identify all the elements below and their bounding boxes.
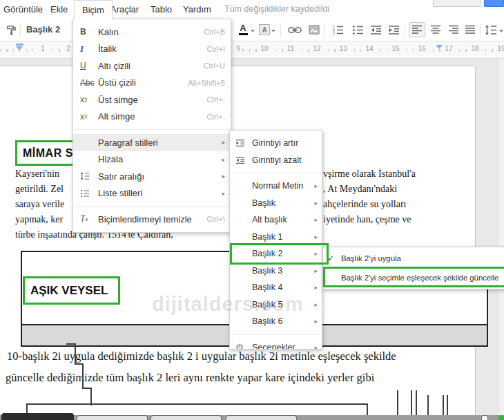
toolbar-separator [20,23,21,37]
insert-link-icon[interactable] [287,23,303,37]
menu-item-girintiyi-azalt[interactable]: Girintiyi azalt [230,152,322,169]
menu-item-ust-simge[interactable]: x2 Üst simge Ctrl+. [73,91,231,108]
submenu-arrow-icon: ▸ [222,190,225,197]
table-border-fragment [75,343,76,365]
right-margin-marker[interactable] [436,45,443,49]
decrease-indent-icon[interactable] [369,23,382,37]
paragraph-text: Kayseri'nin [15,169,59,180]
bottom-cell [226,415,297,420]
highlight-color-icon[interactable]: A [258,23,271,37]
submenu-arrow-icon: ▸ [314,284,318,291]
submenu-arrow-icon: ▸ [314,344,318,350]
checkmark-icon: ✓ [327,254,341,263]
toolbar-separator [405,23,405,37]
paint-format-icon[interactable] [5,23,17,37]
menu-item-baslik-1[interactable]: Başlık 1 ▸ [230,229,322,246]
ruler-number: 15 [389,45,401,53]
align-right-icon[interactable] [445,23,462,37]
menu-item-baslik-2[interactable]: Başlık 2 ▸ [230,245,322,262]
highlight-color-caret-icon[interactable] [271,30,275,32]
paragraph-text: ahçelerinde su yolları [323,199,407,210]
ruler-number: 18 [469,45,481,53]
insert-image-icon[interactable] [308,23,320,37]
menu-item-alt-baslik[interactable]: Alt başlık ▸ [230,211,322,229]
justify-icon[interactable] [462,23,478,37]
decrease-indent-icon [235,156,252,164]
doc-bottom-line: güncelle dediğimizde tüm başlık 2 leri a… [6,371,374,385]
menu-item-kalin[interactable]: B Kalın Ctrl+B [73,23,231,41]
ruler-number: 14 [363,45,375,53]
submenu-arrow-icon: ▸ [222,173,225,180]
bottom-cell [77,415,148,420]
menu-item-tablo[interactable]: Tablo [151,0,172,19]
bottom-cell [151,415,222,420]
menu-item-paragraf-stilleri[interactable]: Paragraf stilleri ▸ [73,134,231,151]
paragraph-text: yapmak, ker [15,214,63,225]
menu-item-goruntule[interactable]: Görüntüle [3,0,43,19]
menu-item-baslik-3[interactable]: Başlık 3 ▸ [230,262,322,280]
menu-item-alt-simge[interactable]: x2 Alt simge Ctrl+, [73,108,231,126]
submenu-arrow-icon: ▸ [314,318,318,325]
strikethrough-icon: Abc [80,78,98,88]
submenu-arrow-icon: ▸ [314,250,318,257]
text-color-icon[interactable]: A [237,23,249,37]
menu-item-bicim[interactable]: Biçim [74,0,113,19]
indent-marker-bar[interactable] [16,44,23,46]
ruler-number: 12 [311,45,322,53]
menu-item-girintiyi-artir[interactable]: Girintiyi artır [230,135,322,152]
subscript-icon: x2 [80,112,98,122]
menu-item-ustu-cizili[interactable]: Abc Üstü çizili Alt+Shift+5 [73,75,231,92]
gear-icon: ⚙ [235,342,252,350]
bulleted-list-icon[interactable] [351,23,365,37]
heading2-submenu: ✓ Başlık 2'yi uygula Başlık 2'yi seçimle… [322,247,504,289]
menu-item-baslik[interactable]: Başlık ▸ [230,195,322,212]
table-border-fragment [427,395,429,415]
increase-indent-icon[interactable] [387,23,400,37]
format-menu: B Kalın Ctrl+B I İtalik Ctrl+I U Altı çi… [72,19,231,233]
paragraph-style-selector[interactable]: Başlık 2 [26,19,60,41]
submenu-arrow-icon: ▸ [314,233,318,240]
align-center-icon[interactable] [427,23,444,37]
submenu-arrow-icon: ▸ [314,267,318,274]
menu-item-ekle[interactable]: Ekle [50,0,68,19]
menu-item-baslik-4[interactable]: Başlık 4 ▸ [230,279,322,296]
menu-item-hizala[interactable]: Hizala ▸ [73,151,231,169]
doc-bottom-line: 10-başlık 2i uygula dediğimizde başlık 2… [7,350,396,363]
indent-marker-triangle[interactable] [16,46,23,50]
line-spacing-icon[interactable] [484,23,498,37]
menu-item-baslik-5[interactable]: Başlık 5 ▸ [230,296,322,314]
ruler-number: 10 [258,45,270,53]
menu-item-baslik2-uygula[interactable]: ✓ Başlık 2'yi uygula [323,249,504,268]
menu-item-baslik-6[interactable]: Başlık 6 ▸ [230,313,322,330]
ruler-number: 2 [64,45,72,53]
menu-separator [74,129,230,130]
save-status-text: Tüm değişiklikler kaydedildi [224,0,329,19]
table-border-fragment [411,390,412,415]
menu-item-satir-araligi[interactable]: Satır aralığı ▸ [73,168,231,185]
menu-separator [74,206,230,207]
menu-separator [231,173,321,173]
paragraph-text: iyetinde han, çeşme ve [323,214,411,225]
comments-button-fragment[interactable] [433,0,481,7]
numbered-list-icon[interactable] [331,23,345,37]
menu-item-italik[interactable]: I İtalik Ctrl+I [73,41,231,58]
menu-item-yardim[interactable]: Yardım [183,0,211,19]
menu-item-normal-metin[interactable]: Normal Metin ▸ [230,178,322,195]
submenu-arrow-icon: ▸ [222,139,225,146]
share-button-fragment[interactable] [484,0,504,7]
text-color-caret-icon[interactable] [251,30,255,32]
menu-item-araclar[interactable]: Araçlar [110,0,139,19]
line-spacing-icon [80,172,98,180]
align-left-icon[interactable] [409,22,425,37]
bottom-cell-green [498,415,504,420]
menu-item-liste-stilleri[interactable]: Liste stilleri ▸ [73,185,231,202]
ruler-number: 9 [234,45,242,53]
toolbar-separator [280,23,281,37]
ruler-number: 16 [416,45,427,53]
menu-item-baslik2-guncelle[interactable]: Başlık 2'yi seçimle eşleşecek şekilde gü… [323,268,504,287]
menu-item-secenekler[interactable]: ⚙ Seçenekler ▸ [230,339,322,350]
menu-item-alti-cizili[interactable]: U Altı çizili Ctrl+U [73,57,231,75]
line-spacing-caret-icon[interactable] [499,30,503,32]
menu-item-bicimlendirmeyi-temizle[interactable]: Tx Biçimlendirmeyi temizle Ctrl+\ [73,211,231,228]
italic-icon: I [80,44,84,55]
